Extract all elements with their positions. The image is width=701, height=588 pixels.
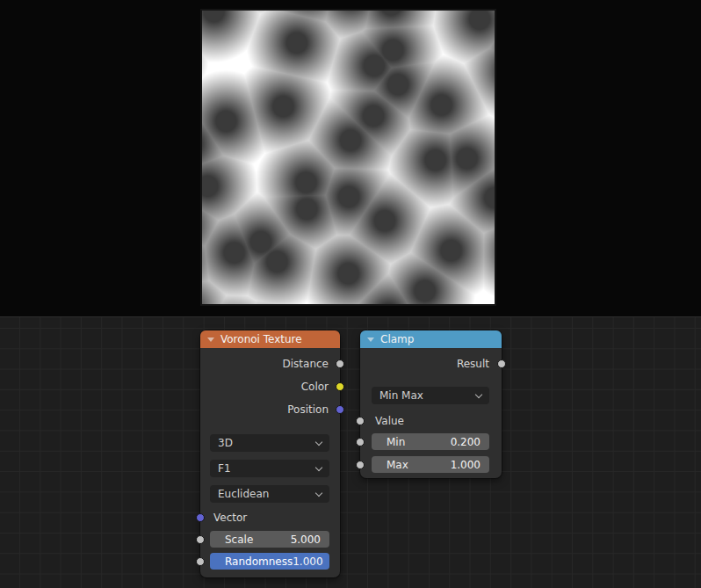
socket-input-value[interactable]: [356, 417, 365, 425]
output-label-distance: Distance: [235, 358, 329, 370]
max-slider-label: Max: [387, 459, 408, 471]
feature-dropdown-value: F1: [218, 462, 231, 475]
feature-dropdown[interactable]: F1: [210, 460, 329, 477]
socket-input-vector[interactable]: [196, 513, 205, 522]
randomness-slider-label: Randomness: [225, 555, 293, 568]
texture-preview-backdrop: [0, 0, 701, 316]
node-voronoi-texture[interactable]: Voronoi Texture Distance Color Position …: [200, 330, 340, 577]
node-clamp[interactable]: Clamp Result Min Max Value Min 0.200 Max…: [360, 330, 502, 478]
blender-window: Voronoi Texture Distance Color Position …: [0, 0, 701, 588]
socket-input-max[interactable]: [356, 461, 365, 469]
node-clamp-header[interactable]: Clamp: [360, 330, 502, 348]
node-title: Voronoi Texture: [220, 333, 302, 345]
distance-metric-dropdown-value: Euclidean: [218, 488, 269, 500]
node-title: Clamp: [380, 333, 414, 345]
chevron-down-icon: [475, 391, 482, 398]
voronoi-preview-canvas: [202, 11, 495, 304]
input-label-value: Value: [375, 415, 404, 427]
scale-slider-value: 5.000: [291, 534, 321, 546]
min-slider-value: 0.200: [451, 436, 481, 448]
collapse-triangle-icon[interactable]: [367, 338, 374, 342]
socket-output-result[interactable]: [497, 359, 506, 368]
chevron-down-icon: [315, 464, 322, 471]
max-slider[interactable]: Max 1.000: [372, 456, 489, 473]
clamp-type-dropdown[interactable]: Min Max: [372, 387, 489, 404]
socket-input-scale[interactable]: [196, 535, 205, 544]
socket-input-randomness[interactable]: [196, 557, 205, 566]
min-slider-label: Min: [387, 436, 405, 448]
socket-output-color[interactable]: [336, 382, 344, 391]
scale-slider-label: Scale: [225, 534, 253, 546]
output-label-result: Result: [395, 358, 489, 370]
socket-input-min[interactable]: [356, 438, 365, 446]
node-voronoi-header[interactable]: Voronoi Texture: [200, 330, 340, 348]
dimensions-dropdown-value: 3D: [218, 437, 233, 449]
clamp-type-dropdown-value: Min Max: [379, 389, 423, 402]
input-label-vector: Vector: [213, 512, 247, 524]
socket-output-distance[interactable]: [336, 359, 344, 368]
chevron-down-icon: [315, 490, 322, 497]
scale-slider[interactable]: Scale 5.000: [210, 531, 329, 548]
chevron-down-icon: [315, 439, 322, 446]
min-slider[interactable]: Min 0.200: [372, 433, 489, 450]
randomness-slider[interactable]: Randomness 1.000: [210, 553, 329, 570]
distance-metric-dropdown[interactable]: Euclidean: [210, 485, 329, 503]
node-editor-canvas[interactable]: Voronoi Texture Distance Color Position …: [0, 316, 701, 588]
output-label-color: Color: [235, 381, 329, 393]
max-slider-value: 1.000: [451, 459, 481, 471]
socket-output-position[interactable]: [336, 405, 344, 414]
texture-preview-image: [200, 9, 496, 306]
output-label-position: Position: [235, 403, 329, 416]
dimensions-dropdown[interactable]: 3D: [210, 434, 329, 452]
randomness-slider-value: 1.000: [293, 555, 322, 568]
collapse-triangle-icon[interactable]: [207, 338, 214, 342]
